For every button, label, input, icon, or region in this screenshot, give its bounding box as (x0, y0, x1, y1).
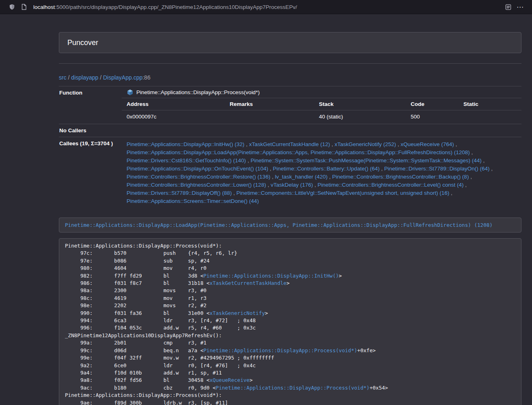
callee-link[interactable]: xQueueReceive (764) (401, 141, 454, 147)
disassembly-symbol-link[interactable]: xTaskGenericNotify (209, 310, 265, 316)
symbol-cell-static (459, 110, 521, 124)
callee-link[interactable]: Pinetime::Controllers::BrightnessControl… (332, 174, 469, 180)
callee-link[interactable]: Pinetime::Controllers::BrightnessControl… (127, 174, 270, 180)
callee-separator: , (454, 141, 457, 147)
callee-link[interactable]: Pinetime::Applications::DisplayApp::OnTo… (127, 166, 268, 172)
symbol-stats-table: AddressRemarksStackCodeStatic 0x0000097c… (122, 98, 521, 124)
url-text: localhost:5000/path/src/displayapp/Displ… (33, 4, 297, 10)
callee-link[interactable]: Pinetime::Drivers::St7789::DisplayOff() … (127, 190, 232, 196)
callee-link[interactable]: xTaskGetCurrentTaskHandle (12) (249, 141, 330, 147)
function-name-row: Pinetime::Applications::DisplayApp::Proc… (122, 86, 521, 98)
column-header-code: Code (406, 98, 459, 110)
function-details-cell: Pinetime::Applications::DisplayApp::Proc… (122, 86, 521, 124)
callee-link[interactable]: vTaskDelay (176) (271, 182, 313, 188)
callee-link[interactable]: Pinetime::Applications::DisplayApp::Init… (127, 141, 244, 147)
browser-url-bar[interactable]: localhost:5000/path/src/displayapp/Displ… (0, 0, 532, 14)
breadcrumb-line-number: :86 (142, 74, 150, 81)
breadcrumb-separator: / (98, 74, 103, 81)
callee-separator: , (313, 182, 317, 188)
callee-separator: , (489, 166, 493, 172)
callee-separator: , (232, 190, 236, 196)
header-divider (59, 63, 521, 64)
callee-separator: , (464, 182, 467, 188)
function-name: Pinetime::Applications::DisplayApp::Proc… (136, 89, 260, 95)
callee-separator: , (268, 166, 273, 172)
disassembly-symbol-link[interactable]: xTaskGetCurrentTaskHandle (209, 280, 286, 286)
reader-view-icon[interactable] (503, 2, 513, 12)
no-callers-value-cell (122, 124, 521, 137)
callee-link[interactable]: Pinetime::Drivers::St7789::DisplayOn() (… (384, 166, 490, 172)
callee-separator: , (469, 174, 472, 180)
selected-callee-link[interactable]: Pinetime::Applications::DisplayApp::Load… (65, 222, 493, 228)
function-label: Function (59, 86, 122, 124)
callee-link[interactable]: xTaskGenericNotify (252) (335, 141, 396, 147)
callee-link[interactable]: Pinetime::Components::LittleVgl::SetNewT… (237, 190, 450, 196)
callee-link[interactable]: Pinetime::Controllers::Battery::Update()… (273, 166, 379, 172)
disassembly-symbol-link[interactable]: xQueueReceive (209, 377, 250, 383)
function-type-icon (127, 89, 134, 96)
symbol-cell-address: 0x0000097c (122, 110, 225, 124)
callee-separator: , (266, 182, 271, 188)
stats-value-row: 0x0000097c40 (static)500 (122, 110, 521, 124)
callee-link[interactable]: Pinetime::Applications::Screens::Timer::… (127, 198, 259, 204)
disassembly-block: Pinetime::Applications::DisplayApp::Proc… (59, 238, 521, 405)
callee-separator: , (327, 174, 332, 180)
callee-separator: , (244, 141, 249, 147)
callee-link[interactable]: Pinetime::Drivers::Cst816S::GetTouchInfo… (127, 157, 246, 164)
column-header-static: Static (459, 98, 521, 110)
no-callers-row: No Callers (59, 124, 521, 137)
callee-separator: , (449, 190, 452, 196)
disassembly-symbol-link[interactable]: Pinetime::Applications::DisplayApp::Proc… (216, 385, 370, 391)
callees-row: Callees (19, Σ=3704 ) Pinetime::Applicat… (59, 137, 521, 210)
callee-separator: , (396, 141, 401, 147)
tracking-protection-shield-icon[interactable] (7, 2, 17, 12)
callee-separator: , (246, 157, 250, 164)
url-host: localhost (33, 4, 55, 10)
callee-separator: , (330, 141, 334, 147)
callee-link[interactable]: Pinetime::Controllers::BrightnessControl… (317, 182, 463, 188)
column-header-remarks: Remarks (225, 98, 314, 110)
page-info-icon[interactable] (19, 2, 29, 12)
symbol-cell-remarks (225, 110, 314, 124)
breadcrumb-separator: / (67, 74, 71, 81)
app-header: Puncover (59, 32, 521, 53)
page-container: Puncover src / displayapp / DisplayApp.c… (59, 14, 521, 405)
breadcrumb: src / displayapp / DisplayApp.cpp:86 (59, 74, 521, 81)
column-header-stack: Stack (314, 98, 406, 110)
callee-link[interactable]: Pinetime::System::SystemTask::PushMessag… (250, 157, 481, 164)
disassembly-symbol-link[interactable]: Pinetime::Applications::DisplayApp::Proc… (203, 347, 357, 353)
page-actions-menu-icon[interactable]: ⋯ (515, 2, 525, 12)
callee-separator: , (482, 157, 485, 164)
callees-label: Callees (19, Σ=3704 ) (59, 137, 122, 210)
callee-separator: , (380, 166, 384, 172)
symbol-cell-stack: 40 (static) (314, 110, 406, 124)
no-callers-label: No Callers (59, 124, 122, 137)
symbol-table: Function Pinetime::Applications::Display… (59, 86, 521, 209)
callee-link[interactable]: Pinetime::Controllers::BrightnessControl… (127, 182, 266, 188)
breadcrumb-link[interactable]: DisplayApp.cpp (103, 74, 142, 81)
callee-separator: , (470, 149, 473, 155)
breadcrumb-link[interactable]: displayapp (71, 74, 98, 81)
breadcrumb-link[interactable]: src (59, 74, 67, 81)
callee-link[interactable]: lv_task_handler (420) (275, 174, 327, 180)
page-title: Puncover (67, 39, 98, 47)
callees-list: Pinetime::Applications::DisplayApp::Init… (122, 137, 521, 210)
url-path: :5000/path/src/displayapp/DisplayApp.cpp… (55, 4, 297, 10)
stats-header-row: AddressRemarksStackCodeStatic (122, 98, 521, 110)
disassembly-symbol-link[interactable]: Pinetime::Applications::DisplayApp::Init… (203, 273, 339, 279)
function-row: Function Pinetime::Applications::Display… (59, 86, 521, 124)
symbol-cell-code: 500 (406, 110, 459, 124)
callee-link[interactable]: Pinetime::Applications::DisplayApp::Load… (127, 149, 470, 155)
selected-callee-panel: Pinetime::Applications::DisplayApp::Load… (59, 218, 521, 233)
callee-separator: , (270, 174, 275, 180)
column-header-address: Address (122, 98, 225, 110)
